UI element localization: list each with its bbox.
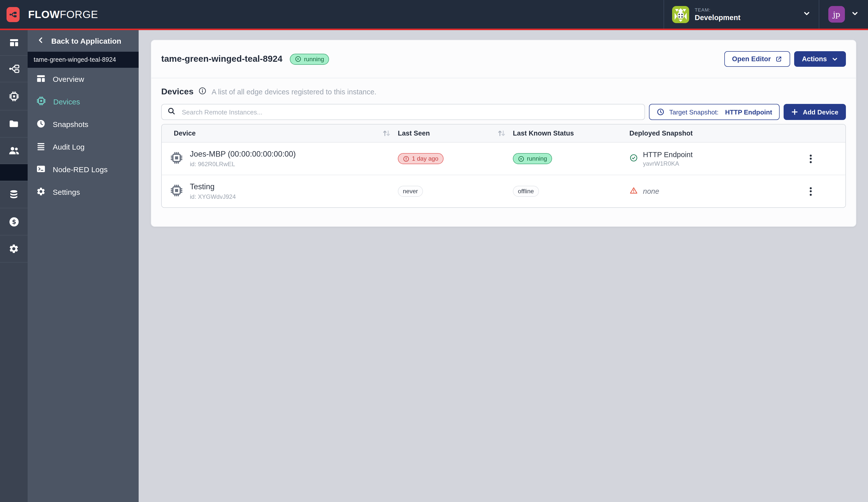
table-row[interactable]: Joes-MBP (00:00:00:00:00:00) id: 962R0LR…	[162, 143, 845, 175]
sidebar-item-node-red-logs[interactable]: Node-RED Logs	[28, 158, 138, 181]
sidebar-item-label: Snapshots	[53, 120, 89, 128]
sidebar-item-label: Overview	[53, 75, 84, 83]
flowforge-logo-icon[interactable]	[7, 7, 20, 22]
snapshots-icon	[36, 119, 46, 130]
devices-heading: Devices	[161, 87, 194, 97]
team-text: TEAM: Development	[695, 7, 741, 22]
team-selector[interactable]: TEAM: Development	[663, 0, 819, 29]
row-actions-cell	[806, 153, 845, 165]
open-editor-button[interactable]: Open Editor	[724, 51, 790, 67]
page-title: tame-green-winged-teal-8924	[161, 54, 282, 64]
last-seen-badge: never	[398, 186, 423, 197]
status-badge: offline	[513, 186, 539, 197]
check-circle-icon	[629, 153, 638, 164]
header-actions: Open Editor Actions	[724, 51, 846, 67]
device-id: id: XYGWdvJ924	[190, 193, 236, 200]
sidebar-item-label: Audit Log	[53, 143, 85, 151]
instance-card: tame-green-winged-teal-8924 running Open…	[151, 40, 856, 227]
status-cell: offline	[513, 186, 629, 197]
brand-wordmark: FLOWFORGE	[28, 8, 98, 20]
main-content: tame-green-winged-teal-8924 running Open…	[138, 30, 868, 502]
deployed-snapshot-cell: none	[629, 186, 806, 196]
navbar-right: TEAM: Development jp	[663, 0, 868, 29]
devices-icon	[36, 96, 46, 107]
sidebar-item-label: Settings	[53, 188, 80, 196]
device-chip-icon	[170, 151, 183, 166]
back-label: Back to Application	[51, 36, 121, 45]
sidebar-item-settings[interactable]: Settings	[28, 181, 138, 203]
sidebar-item-overview[interactable]: Overview	[28, 68, 138, 90]
chevron-left-icon	[37, 36, 44, 45]
instance-name-band: tame-green-winged-teal-8924	[28, 52, 138, 68]
clock-icon	[657, 108, 665, 116]
pipelines-icon[interactable]	[0, 56, 28, 82]
sort-icon[interactable]	[382, 129, 391, 137]
warning-triangle-icon	[629, 186, 638, 196]
icon-rail: $	[0, 30, 28, 502]
last-seen-cell: never	[398, 186, 513, 197]
settings-icon	[36, 187, 46, 198]
audit-log-icon	[36, 141, 46, 153]
devices-description: A list of all edge devices registered to…	[212, 88, 376, 96]
brand-forge: FORGE	[60, 8, 98, 20]
search-icon	[167, 107, 176, 117]
user-menu[interactable]: jp	[819, 0, 868, 29]
deployed-snapshot-cell: HTTP Endpoint yavrW1R0KA	[629, 150, 806, 167]
team-avatar	[672, 6, 689, 23]
actions-button[interactable]: Actions	[794, 51, 846, 67]
status-badge: running	[513, 153, 552, 164]
overview-icon	[36, 74, 46, 85]
table-header: Device Last Seen Last Known Status	[162, 125, 845, 143]
target-snapshot-button[interactable]: Target Snapshot:HTTP Endpoint	[649, 104, 780, 120]
status-cell: running	[513, 153, 629, 164]
sidebar-item-snapshots[interactable]: Snapshots	[28, 113, 138, 136]
datastore-icon[interactable]	[0, 181, 28, 208]
sidebar-item-label: Devices	[53, 97, 80, 106]
exclamation-circle-icon	[403, 155, 410, 162]
billing-icon[interactable]: $	[0, 208, 28, 236]
column-last-seen[interactable]: Last Seen	[398, 129, 513, 137]
column-last-known-status: Last Known Status	[513, 129, 629, 137]
sort-icon[interactable]	[497, 129, 506, 137]
info-icon[interactable]	[199, 87, 207, 97]
instance-name: tame-green-winged-teal-8924	[34, 56, 116, 63]
svg-text:$: $	[12, 218, 16, 225]
device-info: Testing id: XYGWdvJ924	[190, 182, 236, 200]
column-deployed-snapshot: Deployed Snapshot	[629, 129, 806, 137]
devices-table: Device Last Seen Last Known Status	[161, 124, 846, 208]
brand-flow: FLOW	[28, 8, 60, 20]
devices-icon[interactable]	[0, 82, 28, 111]
settings-icon[interactable]	[0, 236, 28, 263]
team-name: Development	[695, 13, 741, 22]
plus-icon	[791, 108, 798, 115]
column-device[interactable]: Device	[162, 129, 398, 137]
sidebar-item-devices[interactable]: Devices	[28, 90, 138, 113]
sidebar-item-audit-log[interactable]: Audit Log	[28, 136, 138, 158]
device-cell: Joes-MBP (00:00:00:00:00:00) id: 962R0LR…	[162, 149, 398, 168]
library-icon[interactable]	[0, 111, 28, 137]
chevron-down-icon	[803, 9, 811, 19]
members-icon[interactable]	[0, 137, 28, 164]
back-to-application[interactable]: Back to Application	[28, 30, 138, 52]
device-chip-icon	[170, 184, 183, 199]
node-red-logs-icon	[36, 164, 46, 175]
kebab-menu-icon[interactable]	[806, 153, 816, 165]
add-device-button[interactable]: Add Device	[784, 104, 846, 120]
row-actions-cell	[806, 185, 845, 198]
search-input[interactable]	[181, 108, 639, 116]
device-info: Joes-MBP (00:00:00:00:00:00) id: 962R0LR…	[190, 149, 296, 168]
user-avatar: jp	[828, 6, 845, 23]
last-seen-badge: 1 day ago	[398, 153, 443, 164]
table-row[interactable]: Testing id: XYGWdvJ924 never offline	[162, 175, 845, 207]
device-cell: Testing id: XYGWdvJ924	[162, 182, 398, 200]
last-seen-cell: 1 day ago	[398, 153, 513, 164]
play-circle-icon	[295, 56, 301, 62]
kebab-menu-icon[interactable]	[806, 185, 816, 198]
external-link-icon	[775, 55, 783, 63]
applications-icon[interactable]	[0, 30, 28, 56]
top-navbar: FLOWFORGE	[0, 0, 868, 29]
card-header: tame-green-winged-teal-8924 running Open…	[151, 40, 856, 78]
snapshot-info: HTTP Endpoint yavrW1R0KA	[643, 150, 693, 167]
instance-sidebar: Back to Application tame-green-winged-te…	[28, 30, 138, 502]
sidebar-item-label: Node-RED Logs	[53, 165, 107, 174]
